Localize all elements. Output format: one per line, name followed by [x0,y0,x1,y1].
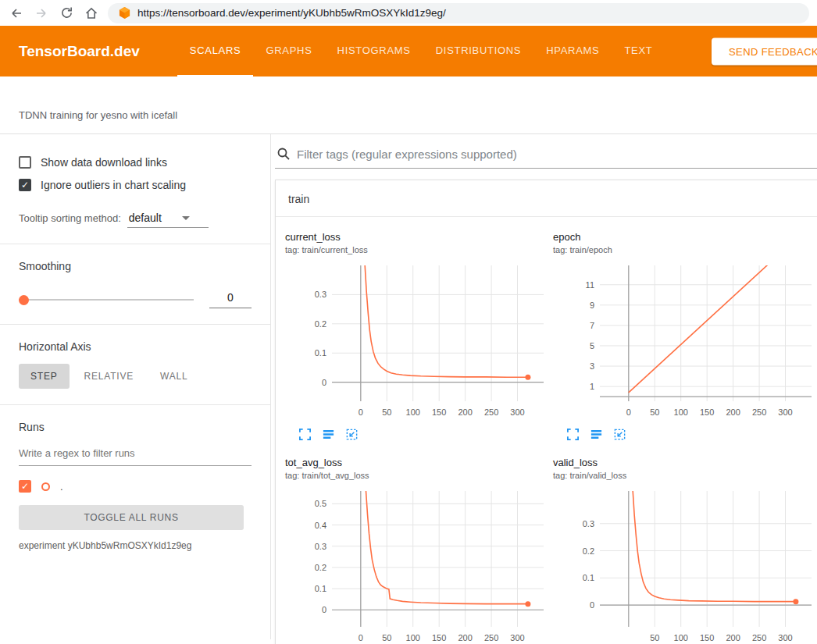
settings-sidebar: Show data download links Ignore outliers… [0,134,271,639]
svg-text:0.2: 0.2 [315,319,326,329]
chart-title: tot_avg_loss [285,457,548,468]
checkbox-checked-icon[interactable] [19,179,31,191]
svg-text:0.2: 0.2 [315,563,326,572]
runs-filter-field[interactable] [19,446,252,466]
svg-text:0.2: 0.2 [583,546,594,556]
run-row[interactable]: . [19,480,252,493]
svg-text:100: 100 [406,407,420,417]
send-feedback-button[interactable]: SEND FEEDBACK [712,37,817,65]
address-bar[interactable]: https://tensorboard.dev/experiment/yKUbh… [108,3,809,23]
line-chart-epoch[interactable]: 0501001502002503001357911 [553,261,816,422]
svg-text:0: 0 [590,600,594,610]
show-download-links-label: Show data download links [41,156,167,169]
chart-title: current_loss [285,231,548,243]
horizontal-axis-label: Horizontal Axis [19,340,252,353]
scalars-dashboard: train current_loss tag: train/current_lo… [271,134,817,639]
chart-card-valid-loss: valid_loss tag: train/valid_loss 5010015… [553,457,816,644]
svg-text:0.5: 0.5 [315,499,326,508]
svg-text:150: 150 [432,633,446,642]
svg-text:0: 0 [322,378,326,387]
svg-text:0: 0 [322,605,326,614]
svg-text:0.3: 0.3 [583,519,594,528]
dropdown-arrow-icon [182,216,190,220]
svg-text:250: 250 [752,633,766,642]
svg-text:1: 1 [590,382,594,391]
svg-text:100: 100 [406,633,420,642]
chart-card-current-loss: current_loss tag: train/current_loss 050… [285,231,548,443]
tag-filter-field[interactable] [275,134,817,169]
svg-text:3: 3 [590,361,594,371]
tab-hparams[interactable]: HPARAMS [533,26,612,76]
tab-graphs[interactable]: GRAPHS [253,26,324,76]
tag-filter-input[interactable] [297,148,817,161]
tab-scalars[interactable]: SCALARS [177,26,254,76]
svg-text:200: 200 [458,633,472,642]
back-icon[interactable] [8,5,25,22]
expand-chart-icon[interactable] [297,426,313,443]
group-header-train[interactable]: train [276,180,817,217]
axis-relative-button[interactable]: RELATIVE [73,364,146,389]
tensorboard-favicon [119,7,130,19]
svg-text:9: 9 [590,301,594,310]
toggle-all-runs-button[interactable]: TOGGLE ALL RUNS [19,505,244,530]
svg-text:200: 200 [458,407,472,417]
chart-card-tot-avg-loss: tot_avg_loss tag: train/tot_avg_loss 050… [285,457,548,644]
svg-text:50: 50 [382,407,391,417]
ignore-outliers-checkbox-row[interactable]: Ignore outliers in chart scaling [19,179,252,191]
line-chart-current-loss[interactable]: 05010015020025030000.10.20.3 [285,261,548,422]
svg-text:250: 250 [484,407,498,417]
chart-card-epoch: epoch tag: train/epoch 05010015020025030… [553,231,816,443]
smoothing-value-input[interactable]: 0 [209,291,252,308]
fit-domain-icon[interactable] [344,426,360,443]
divider [0,324,270,325]
svg-text:0.4: 0.4 [315,521,326,530]
svg-text:100: 100 [674,407,688,417]
runs-filter-input[interactable] [19,447,252,459]
tooltip-sorting-value: default [129,212,162,224]
tab-text[interactable]: TEXT [612,26,665,76]
svg-text:0.1: 0.1 [315,584,326,593]
svg-text:250: 250 [752,407,766,417]
tooltip-sorting-dropdown[interactable]: default [127,212,209,228]
svg-text:0.3: 0.3 [315,542,326,551]
svg-text:150: 150 [700,633,714,642]
smoothing-slider[interactable] [19,299,194,301]
svg-text:0: 0 [626,407,631,417]
svg-text:50: 50 [650,633,659,642]
runs-label: Runs [19,421,252,433]
brand-logo: TensorBoard.dev [19,43,140,60]
chart-tag: tag: train/current_loss [285,245,548,254]
search-icon [276,147,291,161]
svg-text:0.1: 0.1 [315,348,326,358]
browser-chrome: https://tensorboard.dev/experiment/yKUbh… [0,0,817,26]
runs-selector-icon[interactable] [588,426,605,443]
show-download-links-checkbox-row[interactable]: Show data download links [19,156,252,169]
axis-wall-button[interactable]: WALL [148,364,199,389]
slider-thumb[interactable] [19,295,29,305]
axis-step-button[interactable]: STEP [19,364,70,389]
checkbox-unchecked-icon[interactable] [19,156,31,169]
svg-text:7: 7 [590,321,594,330]
forward-icon[interactable] [33,5,50,22]
svg-text:150: 150 [700,407,714,417]
fit-domain-icon[interactable] [612,426,628,443]
experiment-description: TDNN training for yesno with icefall [0,76,817,134]
line-chart-valid-loss[interactable]: 5010015020025030000.10.20.3 [553,486,816,644]
chart-tag: tag: train/epoch [553,245,816,254]
main-nav: SCALARS GRAPHS HISTOGRAMS DISTRIBUTIONS … [177,26,665,76]
svg-text:100: 100 [674,633,688,642]
svg-text:300: 300 [510,633,524,642]
tab-histograms[interactable]: HISTOGRAMS [325,26,423,76]
experiment-id-note: experiment yKUbhb5wRmOSXYkId1z9eg [19,540,252,551]
expand-chart-icon[interactable] [565,426,581,443]
run-checkbox-icon[interactable] [19,480,31,493]
svg-text:250: 250 [484,633,498,642]
svg-text:300: 300 [778,407,792,417]
url-text: https://tensorboard.dev/experiment/yKUbh… [137,7,446,19]
home-icon[interactable] [83,5,100,22]
reload-icon[interactable] [58,5,75,22]
runs-selector-icon[interactable] [320,426,337,443]
line-chart-tot-avg-loss[interactable]: 05010015020025030000.10.20.30.40.5 [285,486,548,644]
tab-distributions[interactable]: DISTRIBUTIONS [423,26,534,76]
svg-text:0: 0 [359,407,363,417]
